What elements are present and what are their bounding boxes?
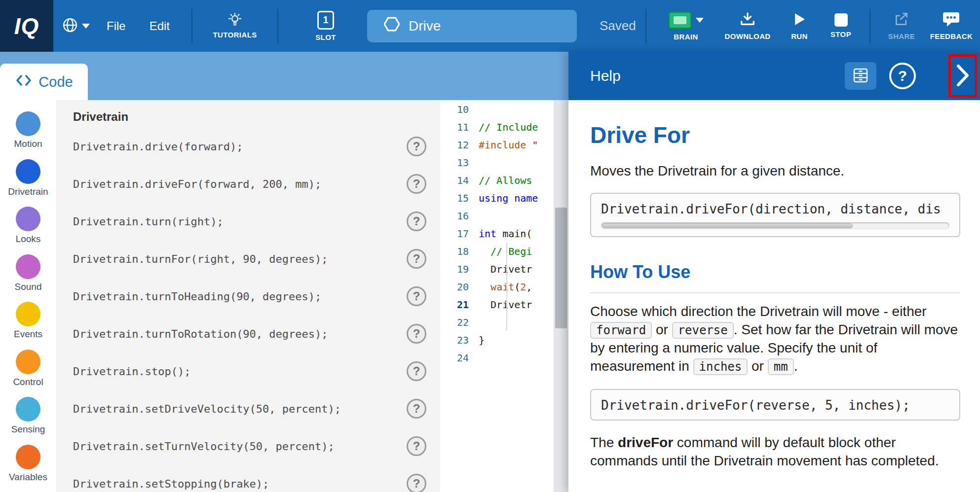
inline-code-chip: reverse xyxy=(672,322,734,339)
editor-line: 11// Include xyxy=(440,118,568,136)
code-line[interactable]: wait(2, xyxy=(479,278,532,296)
command-help-button[interactable]: ? xyxy=(407,361,426,381)
project-name-button[interactable]: Drive xyxy=(367,10,577,42)
editor-line: 14// Allows xyxy=(440,172,568,189)
command-snippet[interactable]: Drivetrain.setTurnVelocity(50, percent); xyxy=(73,440,335,453)
brain-icon xyxy=(668,11,692,29)
command-help-button[interactable]: ? xyxy=(407,286,426,306)
line-number: 13 xyxy=(440,154,479,172)
cabinet-button[interactable] xyxy=(845,62,876,90)
code-box-hscrollbar-thumb[interactable] xyxy=(602,223,853,228)
code-editor[interactable]: 1011// Include12#include "1314// Allows … xyxy=(440,100,568,492)
category-looks[interactable]: Looks xyxy=(0,207,56,254)
tab-strip: Code xyxy=(0,52,568,100)
editor-scrollbar[interactable] xyxy=(554,100,568,492)
code-box-hscrollbar[interactable] xyxy=(601,222,949,229)
category-motion[interactable]: Motion xyxy=(0,111,56,159)
command-row: Drivetrain.drive(forward);? xyxy=(73,128,426,165)
command-help-button[interactable]: ? xyxy=(407,399,426,419)
category-color-dot[interactable] xyxy=(16,302,40,326)
command-row: Drivetrain.setTurnVelocity(50, percent);… xyxy=(73,427,426,465)
category-drivetrain[interactable]: Drivetrain xyxy=(0,159,56,207)
editor-lines: 1011// Include12#include "1314// Allows … xyxy=(440,100,568,367)
code-line[interactable]: using name xyxy=(479,189,538,207)
line-number: 18 xyxy=(440,243,479,260)
category-color-dot[interactable] xyxy=(16,159,40,184)
download-icon xyxy=(739,11,756,29)
file-menu[interactable]: File xyxy=(107,19,126,33)
help-question-button[interactable]: ? xyxy=(889,63,916,89)
vexcode-iq-app: IQ File Edit TUTORIALS 1 SLOT Drive xyxy=(0,0,980,492)
stop-button[interactable]: STOP xyxy=(829,13,853,38)
category-sound[interactable]: Sound xyxy=(0,254,56,302)
category-color-dot[interactable] xyxy=(16,397,40,422)
category-color-dot[interactable] xyxy=(16,111,40,136)
signature-code: Drivetrain.driveFor(direction, distance,… xyxy=(601,202,941,216)
toolbar-divider xyxy=(869,9,870,43)
line-number: 21 xyxy=(440,296,479,314)
code-line[interactable]: // Allows xyxy=(479,172,538,189)
category-color-dot[interactable] xyxy=(16,207,40,231)
toolbar-divider xyxy=(191,9,192,43)
stop-icon xyxy=(834,13,848,27)
line-number: 15 xyxy=(440,189,479,207)
question-icon: ? xyxy=(898,68,907,84)
category-sensing[interactable]: Sensing xyxy=(0,397,56,445)
line-number: 10 xyxy=(440,101,479,118)
command-snippet[interactable]: Drivetrain.setStopping(brake); xyxy=(73,478,269,490)
command-help-button[interactable]: ? xyxy=(407,436,426,456)
code-line[interactable]: Drivetr xyxy=(479,260,532,278)
editor-line: 12#include " xyxy=(440,136,568,154)
category-variables[interactable]: Variables xyxy=(0,445,56,492)
tutorials-button[interactable]: TUTORIALS xyxy=(207,13,263,39)
editor-scrollbar-thumb[interactable] xyxy=(555,208,567,328)
command-snippet[interactable]: Drivetrain.drive(forward); xyxy=(73,141,243,153)
code-line[interactable]: // Begi xyxy=(479,243,532,260)
slot-1-icon: 1 xyxy=(317,11,334,30)
tab-code[interactable]: Code xyxy=(0,64,88,100)
category-color-dot[interactable] xyxy=(16,445,40,469)
command-row: Drivetrain.setStopping(brake);? xyxy=(73,465,426,492)
category-control[interactable]: Control xyxy=(0,350,56,397)
toolbar-divider xyxy=(277,9,278,43)
command-snippet[interactable]: Drivetrain.stop(); xyxy=(73,365,190,378)
category-label: Sound xyxy=(15,281,42,292)
category-label: Events xyxy=(14,329,42,340)
command-help-button[interactable]: ? xyxy=(407,211,426,231)
language-button[interactable] xyxy=(62,17,90,35)
line-number: 23 xyxy=(440,331,479,349)
feedback-button[interactable]: FEEDBACK xyxy=(930,11,973,40)
tutorials-label: TUTORIALS xyxy=(213,31,257,39)
code-line[interactable]: int main( xyxy=(479,225,532,243)
line-number: 14 xyxy=(440,172,479,189)
category-events[interactable]: Events xyxy=(0,302,56,350)
command-snippet[interactable]: Drivetrain.turnToHeading(90, degrees); xyxy=(73,290,321,303)
command-snippet[interactable]: Drivetrain.turn(right); xyxy=(73,215,224,228)
code-tab-label: Code xyxy=(38,74,73,90)
code-line[interactable]: } xyxy=(479,331,485,349)
share-button[interactable]: SHARE xyxy=(887,11,916,40)
command-help-button[interactable]: ? xyxy=(407,174,426,194)
command-snippet[interactable]: Drivetrain.turnToRotation(90, degrees); xyxy=(73,328,328,340)
command-help-button[interactable]: ? xyxy=(407,137,426,156)
brain-button[interactable]: BRAIN xyxy=(665,11,707,41)
category-color-dot[interactable] xyxy=(16,350,40,374)
command-row: Drivetrain.turn(right);? xyxy=(73,203,426,240)
category-color-dot[interactable] xyxy=(16,254,40,279)
code-line[interactable]: #include " xyxy=(479,136,538,154)
command-help-button[interactable]: ? xyxy=(407,249,426,269)
editor-line: 13 xyxy=(440,154,568,172)
command-help-button[interactable]: ? xyxy=(407,474,426,492)
code-line[interactable]: Drivetr xyxy=(479,296,532,314)
code-line[interactable]: // Include xyxy=(479,118,538,136)
slot-button[interactable]: 1 SLOT xyxy=(310,11,341,41)
command-snippet[interactable]: Drivetrain.turnFor(right, 90, degrees); xyxy=(73,253,328,265)
command-snippet[interactable]: Drivetrain.driveFor(forward, 200, mm); xyxy=(73,178,321,190)
download-button[interactable]: DOWNLOAD xyxy=(725,11,770,40)
command-snippet[interactable]: Drivetrain.setDriveVelocity(50, percent)… xyxy=(73,403,341,415)
run-button[interactable]: RUN xyxy=(789,11,810,40)
lightbulb-icon xyxy=(228,13,241,27)
edit-menu[interactable]: Edit xyxy=(150,19,170,33)
collapse-help-button[interactable] xyxy=(955,63,971,89)
command-help-button[interactable]: ? xyxy=(407,324,426,344)
